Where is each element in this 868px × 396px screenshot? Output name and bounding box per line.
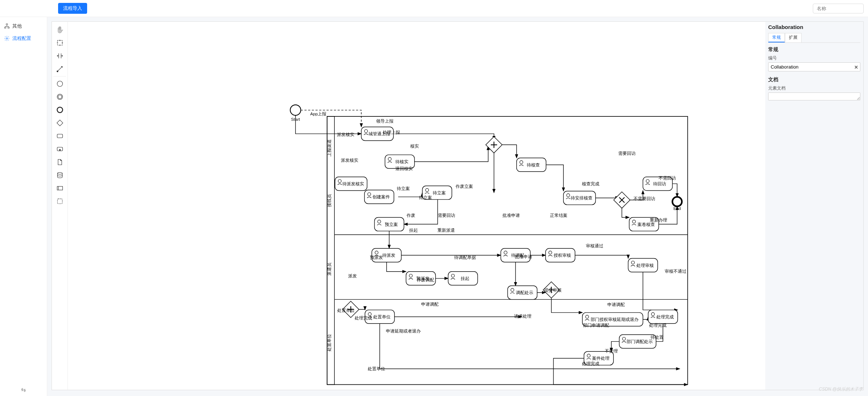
svg-text:处理完成: 处理完成 xyxy=(649,323,667,327)
svg-rect-0 xyxy=(6,24,8,25)
top-header: 流程导入 xyxy=(0,0,868,17)
svg-text:授权审核: 授权审核 xyxy=(554,253,571,257)
svg-text:创建案件: 创建案件 xyxy=(372,194,390,199)
participant-tool[interactable] xyxy=(53,182,66,195)
svg-text:挂起: 挂起 xyxy=(461,276,469,281)
lasso-tool[interactable] xyxy=(53,36,66,49)
group-tool[interactable] xyxy=(53,195,66,208)
svg-rect-2 xyxy=(8,27,9,28)
gateway-tool[interactable] xyxy=(53,116,66,129)
svg-text:上报渠道: 上报渠道 xyxy=(327,139,331,157)
svg-text:案件处理: 案件处理 xyxy=(592,356,610,360)
svg-text:审核不通过: 审核不通过 xyxy=(665,269,686,273)
svg-rect-1 xyxy=(4,27,6,28)
svg-text:处置单位: 处置单位 xyxy=(368,366,385,371)
sidebar-item-process-config[interactable]: 流程配置 xyxy=(0,32,47,45)
svg-text:预立案: 预立案 xyxy=(385,222,398,227)
svg-text:不需要回访: 不需要回访 xyxy=(633,196,655,201)
tool-palette: ✋ xyxy=(52,22,68,390)
sidebar-collapse-handle[interactable]: ⇆ xyxy=(0,383,47,396)
tab-extension[interactable]: 扩展 xyxy=(785,33,802,42)
svg-text:请求处理: 请求处理 xyxy=(514,314,531,318)
svg-text:处置单位: 处置单位 xyxy=(373,314,391,319)
svg-text:派发: 派发 xyxy=(348,273,357,278)
svg-text:待派发核实: 待派发核实 xyxy=(342,181,364,186)
svg-text:重新办理: 重新办理 xyxy=(650,218,668,222)
svg-text:作废: 作废 xyxy=(406,213,415,218)
start-event-tool[interactable] xyxy=(53,77,66,90)
canvas-frame: ✋ xyxy=(52,21,864,390)
svg-text:批准申请: 批准申请 xyxy=(503,213,520,218)
subprocess-tool[interactable] xyxy=(53,143,66,156)
svg-text:待核实: 待核实 xyxy=(395,159,408,164)
task-tool[interactable] xyxy=(53,129,66,143)
svg-text:申请调配: 申请调配 xyxy=(607,302,625,307)
svg-text:重新派遣: 重新派遣 xyxy=(437,228,455,232)
space-tool[interactable] xyxy=(53,49,66,62)
svg-point-5 xyxy=(57,71,58,72)
svg-point-22 xyxy=(672,197,682,206)
hand-tool[interactable]: ✋ xyxy=(53,23,66,36)
bpmn-canvas[interactable]: StartApp上报End城管通上报待派发核实创建案件待核实待立案预立案待核查待… xyxy=(68,22,765,390)
gear-icon xyxy=(4,36,10,41)
svg-rect-15 xyxy=(57,186,62,190)
connect-tool[interactable] xyxy=(53,62,66,75)
section-doc-title: 文档 xyxy=(768,77,860,83)
svg-text:不受理: 不受理 xyxy=(605,348,618,353)
left-sidebar: 其他 流程配置 ⇆ xyxy=(0,17,47,396)
intermediate-event-tool[interactable] xyxy=(53,90,66,103)
sidebar-item-label: 流程配置 xyxy=(12,35,31,42)
svg-rect-10 xyxy=(57,120,62,126)
field-doc-input[interactable] xyxy=(768,92,860,100)
svg-text:不需回访: 不需回访 xyxy=(659,176,676,180)
svg-text:Start: Start xyxy=(291,117,300,121)
svg-text:挂起: 挂起 xyxy=(409,228,418,232)
clear-id-button[interactable]: ✕ xyxy=(854,64,858,70)
svg-rect-4 xyxy=(57,40,62,45)
svg-text:处理完成: 处理完成 xyxy=(656,314,674,319)
svg-text:正常结案: 正常结案 xyxy=(550,213,567,218)
svg-text:待处置: 待处置 xyxy=(651,335,664,339)
svg-text:待立案: 待立案 xyxy=(433,190,446,195)
svg-text:核实: 核实 xyxy=(410,144,419,148)
end-event-tool[interactable] xyxy=(53,103,66,116)
svg-text:预派发: 预派发 xyxy=(370,255,383,260)
svg-text:批准申请: 批准申请 xyxy=(515,254,532,259)
svg-text:需要回访: 需要回访 xyxy=(618,151,636,156)
svg-rect-11 xyxy=(57,134,62,138)
panel-tabs: 常规 扩展 xyxy=(768,33,860,43)
sidebar-item-label: 其他 xyxy=(12,23,22,29)
svg-point-8 xyxy=(58,95,62,99)
svg-text:部门调配处示: 部门调配处示 xyxy=(627,339,653,344)
svg-point-3 xyxy=(6,38,8,39)
svg-text:处置单位: 处置单位 xyxy=(337,308,355,313)
data-store-tool[interactable] xyxy=(53,169,66,182)
svg-text:待回访: 待回访 xyxy=(653,181,666,186)
svg-text:处置单位: 处置单位 xyxy=(327,334,331,351)
svg-text:处理上报: 处理上报 xyxy=(383,130,400,135)
svg-text:部门申请调配: 部门申请调配 xyxy=(583,323,609,327)
field-id-label: 编号 xyxy=(768,55,860,61)
svg-text:接线员: 接线员 xyxy=(327,194,331,207)
sitemap-icon xyxy=(4,23,10,29)
svg-text:处理完成: 处理完成 xyxy=(355,315,372,320)
svg-text:待核查: 待核查 xyxy=(527,162,540,167)
field-doc-label: 元素文档 xyxy=(768,85,860,91)
main-area: ✋ xyxy=(47,17,868,396)
svg-text:部门授权审核延期或退办: 部门授权审核延期或退办 xyxy=(591,317,639,322)
import-process-button[interactable]: 流程导入 xyxy=(58,3,87,14)
svg-text:需要回访: 需要回访 xyxy=(438,213,455,218)
tab-general[interactable]: 常规 xyxy=(768,33,785,42)
sidebar-item-other[interactable]: 其他 xyxy=(0,20,47,32)
svg-point-14 xyxy=(57,173,62,174)
svg-point-9 xyxy=(57,107,62,113)
svg-text:派遣员: 派遣员 xyxy=(327,263,331,276)
svg-text:核查完成: 核查完成 xyxy=(582,181,599,186)
svg-rect-16 xyxy=(57,199,62,203)
svg-text:待调配单据: 待调配单据 xyxy=(454,255,476,260)
search-input[interactable] xyxy=(813,4,864,13)
field-id-input[interactable] xyxy=(768,62,860,71)
svg-rect-12 xyxy=(57,147,62,151)
data-object-tool[interactable] xyxy=(53,156,66,169)
svg-text:处理完成: 处理完成 xyxy=(582,361,599,366)
